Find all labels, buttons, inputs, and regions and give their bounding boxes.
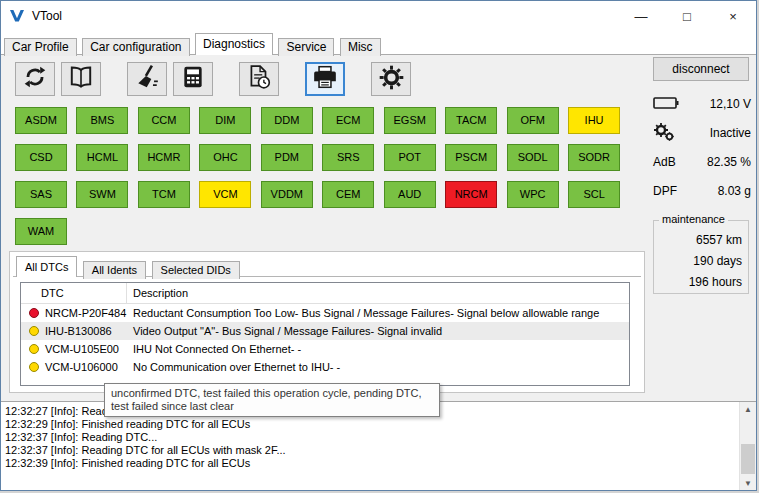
adb-value: 82.35 %	[707, 155, 751, 169]
refresh-icon	[22, 64, 48, 94]
ecu-button[interactable]: SWM	[76, 181, 128, 208]
ecu-button[interactable]: TCM	[138, 181, 190, 208]
dtc-reader-icon	[180, 64, 206, 94]
clear-broom-icon	[134, 64, 160, 94]
diagnostics-page: ASDM BMS CCM DIM DDM ECM EGSM TACM OFM I…	[1, 55, 756, 401]
maintenance-title: maintenance	[659, 213, 728, 225]
ecu-button[interactable]: SODR	[568, 144, 620, 171]
dtc-code: IHU-B130086	[45, 325, 112, 337]
log-line: 12:32:37 [Info]: Reading DTC...	[5, 431, 738, 444]
ecu-button[interactable]: SRS	[322, 144, 374, 171]
app-logo-icon	[9, 8, 25, 24]
settings-gear-icon	[378, 64, 405, 95]
read-dtc-button[interactable]	[173, 62, 213, 96]
adb-label: AdB	[653, 155, 676, 169]
maintenance-value: 190 days	[654, 251, 742, 272]
main-tab[interactable]: Misc	[340, 38, 381, 56]
dtc-description: IHU Not Connected On Ethernet- -	[127, 343, 629, 355]
dtc-tabbar: All DTCs All Idents Selected DIDs	[16, 256, 241, 277]
ecu-button[interactable]: VDDM	[261, 181, 313, 208]
battery-voltage-row: 12,10 V	[653, 95, 751, 113]
clear-dtc-button[interactable]	[127, 62, 167, 96]
ecu-button[interactable]: PSCM	[445, 144, 497, 171]
ecu-button[interactable]: CCM	[138, 107, 190, 134]
dpf-value: 8.03 g	[718, 184, 751, 198]
maintenance-groupbox: maintenance 6557 km 190 days 196 hours	[653, 220, 749, 294]
dtc-description: No Communication over Ethernet to IHU- -	[127, 361, 629, 373]
ecu-button[interactable]: POT	[384, 144, 436, 171]
ecu-button[interactable]: DDM	[261, 107, 313, 134]
report-history-button[interactable]	[239, 62, 279, 96]
ecu-button[interactable]: SAS	[15, 181, 67, 208]
ecu-button[interactable]: OFM	[507, 107, 559, 134]
dtc-table-header: DTC Description	[21, 283, 629, 304]
maintenance-value: 6557 km	[654, 230, 742, 251]
dtc-row[interactable]: IHU-B130086 Video Output "A"- Bus Signal…	[21, 322, 629, 340]
dtc-row[interactable]: NRCM-P20F484 Reductant Consumption Too L…	[21, 304, 629, 322]
close-button[interactable]: ×	[710, 1, 756, 31]
dtc-status-icon	[29, 362, 39, 372]
ecu-button[interactable]: BMS	[76, 107, 128, 134]
dtc-description: Video Output "A"- Bus Signal / Message F…	[127, 325, 629, 337]
scrollbar-thumb[interactable]	[741, 444, 755, 474]
dtc-status-icon	[29, 326, 39, 336]
dpf-label: DPF	[653, 184, 677, 198]
description-column-header[interactable]: Description	[127, 283, 629, 303]
ecu-button[interactable]: TACM	[445, 107, 497, 134]
window-title: VTool	[32, 9, 62, 23]
main-tab[interactable]: Diagnostics	[195, 33, 273, 55]
disconnect-button[interactable]: disconnect	[653, 57, 749, 81]
log-line: 12:32:37 [Info]: Reading DTC for all ECU…	[5, 444, 738, 457]
scroll-up-icon[interactable]: ▲	[740, 402, 756, 418]
dtc-tab[interactable]: Selected DIDs	[152, 261, 240, 279]
main-tab[interactable]: Car Profile	[4, 38, 77, 56]
ecu-button[interactable]: VCM	[199, 181, 251, 208]
ecu-button[interactable]: HCMR	[138, 144, 190, 171]
ecu-button[interactable]: WAM	[15, 218, 67, 245]
maximize-button[interactable]: □	[664, 1, 710, 31]
ecu-button[interactable]: SCL	[568, 181, 620, 208]
dtc-description: Reductant Consumption Too Low- Bus Signa…	[127, 307, 629, 319]
dtc-code: VCM-U105E00	[45, 343, 119, 355]
dtc-row[interactable]: VCM-U106000 No Communication over Ethern…	[21, 358, 629, 376]
dtc-rows: NRCM-P20F484 Reductant Consumption Too L…	[21, 304, 629, 376]
read-book-icon	[68, 64, 94, 94]
settings-button[interactable]	[371, 62, 411, 96]
minimize-button[interactable]: —	[618, 1, 664, 31]
regen-state-row: Inactive	[653, 124, 751, 142]
adb-row: AdB 82.35 %	[653, 153, 751, 171]
log-line: 12:32:39 [Info]: Finished reading DTC fo…	[5, 457, 738, 470]
main-tabbar: Car Profile Car configuration Diagnostic…	[1, 31, 756, 55]
ecu-button[interactable]: IHU	[568, 107, 620, 134]
ecu-button[interactable]: SODL	[507, 144, 559, 171]
dtc-row[interactable]: VCM-U105E00 IHU Not Connected On Etherne…	[21, 340, 629, 358]
dtc-tab[interactable]: All DTCs	[16, 256, 77, 277]
main-tab[interactable]: Car configuration	[82, 38, 189, 56]
ecu-button[interactable]: CEM	[322, 181, 374, 208]
ecu-button[interactable]: HCML	[76, 144, 128, 171]
refresh-button[interactable]	[15, 62, 55, 96]
ecu-button[interactable]: ECM	[322, 107, 374, 134]
log-scrollbar[interactable]: ▲ ▼	[739, 402, 756, 491]
dtc-tab[interactable]: All Idents	[83, 261, 146, 279]
ecu-button[interactable]: OHC	[199, 144, 251, 171]
ecu-button[interactable]: NRCM	[445, 181, 497, 208]
scroll-down-icon[interactable]: ▼	[740, 476, 756, 491]
print-button[interactable]	[305, 62, 345, 96]
dtc-column-header[interactable]: DTC	[21, 283, 127, 303]
ecu-button[interactable]: AUD	[384, 181, 436, 208]
ecu-button[interactable]: WPC	[507, 181, 559, 208]
ecu-grid: ASDM BMS CCM DIM DDM ECM EGSM TACM OFM I…	[15, 107, 645, 255]
ecu-button[interactable]: DIM	[199, 107, 251, 134]
regen-state-value: Inactive	[710, 126, 751, 140]
ecu-button[interactable]: PDM	[261, 144, 313, 171]
dtc-status-icon	[29, 344, 39, 354]
ecu-button[interactable]: EGSM	[384, 107, 436, 134]
read-idents-button[interactable]	[61, 62, 101, 96]
battery-icon	[653, 95, 679, 113]
ecu-button[interactable]: ASDM	[15, 107, 67, 134]
status-panel: disconnect 12,10 V	[653, 57, 751, 294]
ecu-button[interactable]: CSD	[15, 144, 67, 171]
dtc-code: NRCM-P20F484	[45, 307, 126, 319]
main-tab[interactable]: Service	[278, 38, 334, 56]
